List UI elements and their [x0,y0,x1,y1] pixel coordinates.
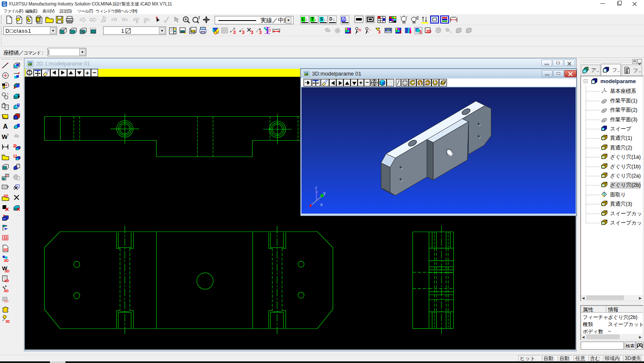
svg-text:3D: 3D [426,29,431,34]
svg-text:3D: 3D [4,299,9,303]
svg-text:3: 3 [269,28,271,32]
svg-text:D: D [136,20,138,24]
svg-text:3: 3 [419,30,422,34]
svg-text:3: 3 [349,30,351,34]
svg-text:3: 3 [409,30,412,34]
svg-text:3: 3 [378,30,381,34]
svg-text:3D: 3D [5,269,10,273]
svg-text:3: 3 [399,30,402,34]
svg-text:A: A [3,123,8,130]
svg-text:R: R [358,28,361,32]
svg-text:3D: 3D [3,248,8,252]
svg-text:3: 3 [242,30,244,35]
svg-text:3D: 3D [4,259,9,263]
svg-text:x: x [320,202,323,207]
svg-text:2D: 2D [3,194,9,198]
svg-text:3D: 3D [4,289,9,293]
svg-text:3: 3 [233,30,236,35]
svg-text:y: y [323,191,326,196]
svg-text:3D: 3D [5,319,10,324]
svg-text:D: D [144,20,146,24]
svg-text:3: 3 [259,30,262,35]
svg-text:3: 3 [251,30,253,35]
svg-text:3D: 3D [4,279,9,283]
svg-text:z: z [315,185,317,190]
